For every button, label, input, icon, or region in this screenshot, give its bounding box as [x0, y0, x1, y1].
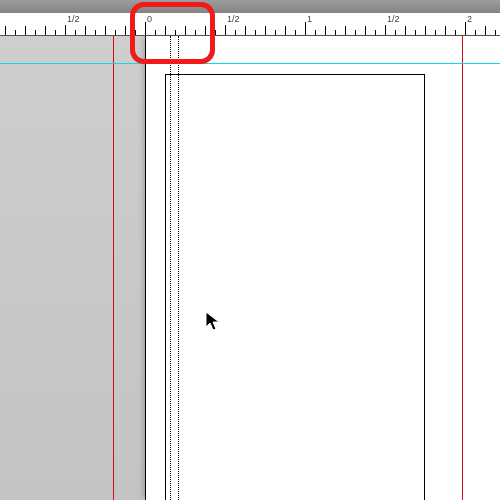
ruler-tick: [115, 30, 116, 35]
ruler-tick: [405, 26, 406, 35]
margin-right: [424, 74, 425, 500]
ruler-tick: [265, 26, 266, 35]
ruler-tick: [195, 30, 196, 35]
ruler-tick: [305, 22, 306, 35]
ruler-tick: [135, 30, 136, 35]
ruler-tick: [445, 26, 446, 35]
ruler-tick: [395, 30, 396, 35]
ruler-label: 1/2: [227, 14, 240, 24]
ruler-tick: [215, 30, 216, 35]
ruler-tick: [15, 30, 16, 35]
ruler-tick: [95, 30, 96, 35]
ruler-tick: [285, 26, 286, 35]
ruler-label: 1/2: [67, 14, 80, 24]
ruler-tick: [145, 22, 146, 35]
ruler-tick: [85, 26, 86, 35]
ruler-tick: [5, 26, 6, 35]
ruler-label: 0: [147, 14, 152, 24]
ruler-tick: [105, 26, 106, 35]
pasteboard[interactable]: [0, 36, 500, 500]
ruler-tick: [495, 30, 496, 35]
ruler-tick: [45, 26, 46, 35]
ruler-tick: [75, 30, 76, 35]
ruler-tick: [425, 26, 426, 35]
ruler-tick: [435, 30, 436, 35]
horizontal-ruler[interactable]: 11/201/211/22: [0, 13, 500, 36]
ruler-tick: [485, 26, 486, 35]
ruler-label: 1: [307, 14, 312, 24]
ruler-label: 2: [467, 14, 472, 24]
ruler-tick: [205, 26, 206, 35]
margin-left: [165, 74, 166, 500]
ruler-tick: [185, 26, 186, 35]
ruler-tick: [255, 30, 256, 35]
ruler-tick: [385, 25, 386, 35]
ruler-tick: [225, 25, 226, 35]
ruler-tick: [365, 26, 366, 35]
ruler-tick: [245, 26, 246, 35]
horizontal-guide[interactable]: [0, 63, 500, 64]
ruler-tick: [345, 26, 346, 35]
ruler-tick: [375, 30, 376, 35]
ruler-tick: [35, 30, 36, 35]
ruler-tick: [165, 26, 166, 35]
ruler-label: 1/2: [387, 14, 400, 24]
ruler-tick: [455, 30, 456, 35]
ruler-tick: [355, 30, 356, 35]
toolbar-strip: [0, 0, 500, 13]
ruler-tick: [125, 26, 126, 35]
ruler-tick: [175, 30, 176, 35]
ruler-tick: [465, 22, 466, 35]
ruler-tick: [235, 30, 236, 35]
ruler-tick: [275, 30, 276, 35]
ruler-tick: [415, 30, 416, 35]
ruler-tick: [25, 26, 26, 35]
ruler-tick: [65, 25, 66, 35]
ruler-tick: [475, 30, 476, 35]
pasteboard-shadow: [0, 36, 145, 500]
ruler-tick: [55, 30, 56, 35]
ruler-tick: [295, 30, 296, 35]
ruler-tick: [315, 30, 316, 35]
ruler-tick: [325, 26, 326, 35]
margin-top: [165, 74, 425, 75]
bleed-guide-left: [113, 36, 114, 500]
ruler-tick: [335, 30, 336, 35]
ruler-tick: [155, 30, 156, 35]
vertical-dotted-guide: [170, 36, 171, 500]
bleed-guide-right: [462, 36, 463, 500]
vertical-dotted-guide: [178, 36, 179, 500]
document-page[interactable]: [145, 36, 500, 500]
